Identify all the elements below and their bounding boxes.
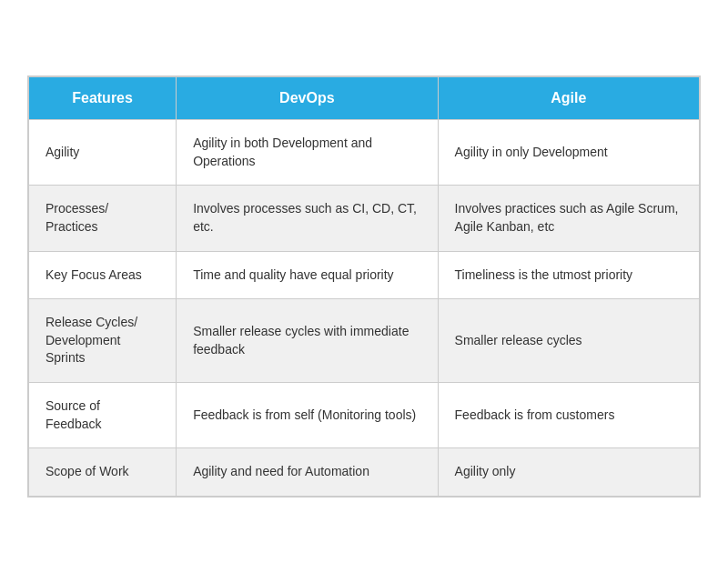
table-row: AgilityAgility in both Development and O… (29, 120, 700, 186)
table-row: Key Focus AreasTime and quality have equ… (29, 251, 700, 299)
table-row: Release Cycles/ Development SprintsSmall… (29, 299, 700, 383)
devops-cell: Agility in both Development and Operatio… (177, 120, 438, 186)
header-devops: DevOps (177, 77, 438, 120)
feature-cell: Source of Feedback (29, 382, 177, 447)
feature-cell: Key Focus Areas (29, 251, 177, 299)
comparison-table: Features DevOps Agile AgilityAgility in … (27, 75, 701, 498)
feature-cell: Release Cycles/ Development Sprints (29, 299, 177, 383)
devops-cell: Feedback is from self (Monitoring tools) (177, 382, 438, 447)
agile-cell: Involves practices such as Agile Scrum, … (438, 186, 699, 251)
agile-cell: Smaller release cycles (438, 299, 699, 383)
agile-cell: Feedback is from customers (438, 382, 699, 447)
header-features: Features (29, 77, 177, 120)
table-row: Processes/ PracticesInvolves processes s… (29, 186, 700, 251)
feature-cell: Agility (29, 120, 177, 186)
table-row: Source of FeedbackFeedback is from self … (29, 382, 700, 447)
devops-cell: Time and quality have equal priority (177, 251, 438, 299)
table-row: Scope of WorkAgility and need for Automa… (29, 448, 700, 497)
agile-cell: Timeliness is the utmost priority (438, 251, 699, 299)
agile-cell: Agility in only Development (438, 120, 699, 186)
feature-cell: Processes/ Practices (29, 186, 177, 251)
feature-cell: Scope of Work (29, 448, 177, 497)
devops-cell: Involves processes such as CI, CD, CT, e… (177, 186, 438, 251)
devops-cell: Agility and need for Automation (177, 448, 438, 497)
devops-cell: Smaller release cycles with immediate fe… (177, 299, 438, 383)
agile-cell: Agility only (438, 448, 699, 497)
header-agile: Agile (438, 77, 699, 120)
